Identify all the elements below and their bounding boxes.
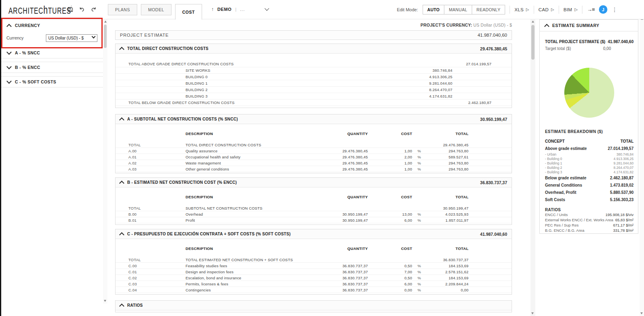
xls-label: XLS — [514, 7, 524, 12]
direct-cost-rows: TOTAL ABOVE GRADE DIRECT CONSTRUCTION CO… — [116, 54, 512, 106]
scroll-up-arrow-icon[interactable] — [532, 21, 534, 23]
section-header[interactable]: A - SUBTOTAL NET CONSTRUCTION COSTS (% S… — [116, 114, 512, 124]
chevron-up-icon — [119, 304, 124, 309]
open-panel-icon[interactable]: →≡ — [587, 6, 594, 12]
xls-export-button[interactable]: XLS▷ — [514, 7, 529, 12]
sidebar-scrollbar[interactable] — [103, 19, 107, 304]
section-rows: TOTALTOTAL DIRECT CONSTRUCTION COSTS29.4… — [116, 138, 512, 172]
divider — [559, 6, 559, 14]
edit-mode-manual-button[interactable]: MANUAL — [444, 5, 472, 14]
scroll-up-arrow-icon[interactable] — [104, 21, 107, 23]
section-rows: TOTALSUBTOTAL NET CONSTRUCTION COSTS30.9… — [116, 201, 512, 223]
target-total-value[interactable]: 0,00 — [603, 46, 611, 51]
table-row: A.01Occupational health and safety29.476… — [116, 154, 512, 160]
estimate-breakdown-pie-chart — [564, 68, 614, 118]
tab-cost[interactable]: COST — [175, 4, 202, 20]
sidebar-panel-b-encc[interactable]: B - % ENCC — [1, 62, 103, 73]
sidebar-panel-a-sncc[interactable]: A - % SNCC — [1, 47, 103, 58]
sidebar-panel-currency[interactable]: CURRENCY — [1, 21, 103, 30]
cell-total: 2.209.844,24 — [421, 282, 469, 286]
cell-total: 2.578.151,62 — [421, 270, 469, 274]
section-title: A - SUBTOTAL NET CONSTRUCTION COSTS (% S… — [127, 117, 477, 121]
scrollbar-thumb[interactable] — [531, 25, 535, 60]
chevron-down-icon — [6, 64, 12, 69]
redo-icon[interactable] — [90, 6, 97, 12]
tab-plans[interactable]: PLANS — [108, 4, 137, 15]
header-right-controls: Edit Mode: AUTOMANUALREADONLY XLS▷CAD▷BI… — [397, 0, 617, 19]
cell-quantity: 29.476.380,45 — [316, 149, 368, 153]
cell-quantity: 30.950.199,47 — [316, 218, 368, 222]
tab-model[interactable]: MODEL — [141, 4, 171, 15]
project-more: ... — [240, 7, 245, 12]
edit-mode-readonly-button[interactable]: READONLY — [472, 5, 505, 14]
cell-code: B.01 — [116, 218, 186, 222]
row-label: TOTAL ABOVE GRADE DIRECT CONSTRUCTION CO… — [128, 62, 466, 66]
cad-export-button[interactable]: CAD▷ — [539, 7, 554, 12]
kebab-menu-icon[interactable]: ⋮ — [612, 6, 617, 13]
currency-select[interactable]: US Dollar (USD) - $ — [46, 34, 97, 42]
col-total: TOTAL — [421, 131, 469, 136]
bim-export-button[interactable]: BIM▷ — [564, 7, 578, 12]
chevron-up-icon — [119, 181, 124, 186]
estimate-summary-header[interactable]: ESTIMATE SUMMARY — [540, 20, 638, 31]
summary-scrollbar[interactable] — [640, 16, 644, 316]
section-header[interactable]: RATIOS — [116, 301, 512, 310]
edit-mode-auto-button[interactable]: AUTO — [423, 5, 444, 14]
undo-icon[interactable] — [78, 6, 85, 12]
scroll-down-arrow-icon[interactable] — [104, 300, 106, 302]
breakdown-label: Overhead, Profit — [545, 190, 610, 195]
breakdown-value: 5.880.537,90 — [610, 190, 634, 195]
project-currency-label: PROJECT'S CURRENCY: — [421, 23, 472, 27]
cell-description: Quality assurance — [186, 149, 316, 153]
estimate-summary-sidebar: ESTIMATE SUMMARY TOTAL PROJECT ESTIMATE … — [537, 19, 640, 316]
direct-cost-row: BUILDING 28.264.470,07 — [116, 87, 512, 93]
col-total: TOTAL — [421, 246, 469, 251]
bim-label: BIM — [564, 7, 572, 12]
section-header[interactable]: C - PRESUPUESTO DE EJECUCIÓN CONTRATA + … — [116, 229, 512, 239]
project-selector[interactable]: ↑ DEMO | ... — [211, 6, 268, 12]
divider — [510, 6, 510, 14]
avatar[interactable]: J — [599, 5, 607, 14]
row-value: 27.014.199,57 — [466, 62, 491, 66]
ratio-row: ENCC / Units195.908,18 $/viv — [545, 212, 634, 217]
cell-code: C.00 — [116, 264, 186, 268]
direct-cost-row: BUILDING 04.913.306,25 — [116, 74, 512, 80]
main-scrollbar[interactable] — [530, 19, 535, 316]
cell-quantity: 36.830.737,37 — [316, 288, 368, 292]
breakdown-row: - Building 28.264.470,07 — [545, 165, 634, 170]
scrollbar-thumb[interactable] — [104, 25, 107, 48]
col-quantity: QUANTITY — [316, 195, 368, 199]
breakdown-value: 2.462.180,87 — [610, 176, 634, 180]
table-row: C.00Feasability studies fees36.830.737,3… — [116, 263, 512, 269]
cell-code: A.01 — [116, 155, 186, 159]
scroll-down-arrow-icon[interactable] — [640, 312, 643, 314]
ratio-label: External Works ENCC / Ext. Works Area — [545, 218, 615, 222]
sidebar-panel-c-soft-costs[interactable]: C - % SOFT COSTS — [1, 76, 103, 87]
section-header[interactable]: B - ESTIMATED NET CONSTRUCTION COST (% E… — [116, 178, 512, 187]
breakdown-label: Below grade estimate — [545, 176, 610, 180]
project-separator: | — [235, 7, 236, 12]
project-name: DEMO — [217, 7, 231, 12]
cell-cost: 13,00 — [368, 212, 412, 216]
estimate-summary-panel: ESTIMATE SUMMARY TOTAL PROJECT ESTIMATE … — [539, 19, 638, 234]
cell-description: Escalation, bond and insurance — [186, 276, 316, 280]
ratio-row: B.G. ENCC / B.G. Area331,78 $/m² — [545, 228, 634, 233]
cell-unit: % — [412, 282, 421, 286]
row-value: 4.913.306,25 — [429, 75, 452, 79]
cell-unit: % — [412, 270, 421, 274]
breakdown-label: - Building 3 — [545, 170, 613, 174]
save-icon[interactable] — [67, 6, 73, 12]
cell-description: TOTAL ESTIMATED NET CONSTRUCTION + SOFT … — [186, 258, 316, 262]
cell-cost: 2,00 — [368, 155, 412, 159]
chevron-down-icon — [6, 79, 12, 84]
direct-cost-row: BUILDING 19.281.044,60 — [116, 80, 512, 87]
ratio-value: 195.908,18 $/viv — [605, 212, 634, 217]
cell-unit: % — [412, 149, 421, 153]
scroll-down-arrow-icon[interactable] — [531, 312, 534, 314]
cell-quantity: 36.830.737,37 — [316, 282, 368, 286]
chevron-down-icon[interactable] — [265, 6, 269, 10]
breakdown-value: 4.913.306,25 — [613, 157, 634, 161]
section-header[interactable]: TOTAL DIRECT CONSTRUCTION COSTS 29.476.3… — [116, 44, 512, 54]
breakdown-value: 9.281.044,60 — [613, 161, 634, 165]
row-label: TOTAL BELOW GRADE DIRECT CONSTRUCTION CO… — [128, 100, 468, 105]
